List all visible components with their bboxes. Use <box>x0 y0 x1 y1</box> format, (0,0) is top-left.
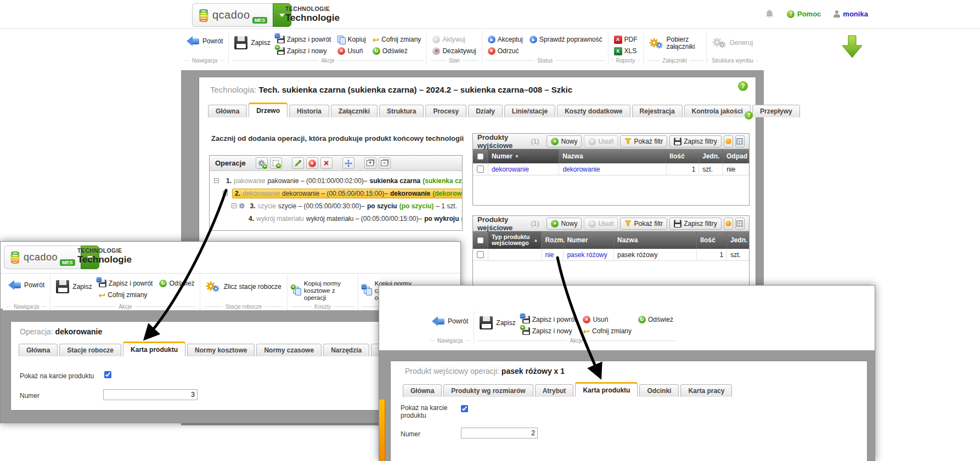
help-icon[interactable]: ? <box>745 111 753 119</box>
reject-button[interactable]: Odrzuć <box>488 47 523 55</box>
collapse-toggle[interactable] <box>232 203 236 208</box>
column-header[interactable]: Jedn. <box>699 149 723 163</box>
back-button[interactable]: Powrót <box>432 312 468 326</box>
select-all-checkbox[interactable] <box>477 237 483 243</box>
tree-row[interactable]: 3.szycieszycie – (00:05:00/00:30:00)–po … <box>210 200 462 212</box>
tab-linie-stacje[interactable]: Linie/stacje <box>504 105 555 117</box>
numer-link[interactable]: dekorowanie <box>492 166 529 173</box>
show-on-card-checkbox[interactable] <box>104 371 111 378</box>
user-menu[interactable]: monika <box>833 10 868 18</box>
nazwa-link[interactable]: dekorowanie <box>562 166 600 173</box>
numer-input[interactable] <box>103 389 198 400</box>
refresh-button[interactable]: Odśwież <box>159 279 194 288</box>
grid-export-button[interactable] <box>735 218 745 230</box>
deactivate-button[interactable]: Dezaktywuj <box>432 47 476 55</box>
show-on-card-checkbox[interactable] <box>461 405 468 412</box>
column-header[interactable]: Nazwa <box>614 231 697 249</box>
refresh-button[interactable]: Odśwież <box>373 47 421 55</box>
tab-glowna[interactable]: Główna <box>208 105 247 117</box>
bell-icon[interactable] <box>764 9 775 19</box>
save-back-button[interactable]: Zapisz i powrót <box>277 35 331 44</box>
tab-kontrola-jakosci[interactable]: Kontrola jakości <box>684 105 751 117</box>
tab-normy-kosztowe[interactable]: Normy kosztowe <box>187 344 255 356</box>
collapse-toggle[interactable] <box>223 191 228 196</box>
column-header[interactable]: Jedn. <box>727 231 749 249</box>
accept-button[interactable]: Akceptuj <box>488 35 523 44</box>
tree-row[interactable]: 4.wykrój materiałuwykrój materiału – (00… <box>210 212 462 225</box>
tab-zalaczniki[interactable]: Załączniki <box>331 105 378 117</box>
show-filter-button[interactable]: Pokaż filtr <box>620 135 667 147</box>
save-button[interactable]: Zapisz <box>234 32 270 49</box>
expand-all-button[interactable]: + <box>364 157 376 169</box>
save-button[interactable]: Zapisz <box>56 276 92 293</box>
xls-button[interactable]: X XLS <box>614 47 638 55</box>
save-button[interactable]: Zapisz <box>480 312 515 329</box>
tab-narzedzia[interactable]: Narzędzia <box>323 344 369 356</box>
tab-drzewo[interactable]: Drzewo <box>249 103 288 117</box>
column-header[interactable]: Rozm. <box>542 231 564 249</box>
remove-node-button[interactable]: × <box>320 157 333 169</box>
column-header[interactable]: Typ produktu wejściowego▲ <box>488 231 542 249</box>
tab-rejestracja[interactable]: Rejestracja <box>632 105 683 117</box>
tab-atrybut[interactable]: Atrybut <box>535 384 574 397</box>
save-back-button[interactable]: Zapisz i powrót <box>99 279 153 288</box>
validate-button[interactable]: Sprawdź poprawność <box>530 35 602 44</box>
table-row[interactable]: nie pasek różowy pasek różowy 1 szt. <box>473 249 749 261</box>
collapse-all-button[interactable]: − <box>379 157 391 169</box>
save-new-button[interactable]: Zapisz i nowy <box>522 327 577 335</box>
back-button[interactable]: Powrót <box>187 32 223 46</box>
column-header[interactable]: Odpad <box>723 149 749 163</box>
add-reference-button[interactable] <box>270 157 282 169</box>
tab-glowna[interactable]: Główna <box>19 344 58 356</box>
tab-normy-czasowe[interactable]: Normy czasowe <box>256 344 322 356</box>
row-checkbox[interactable] <box>477 166 484 173</box>
edit-operation-button[interactable] <box>292 157 304 169</box>
collapse-toggle[interactable] <box>214 178 219 183</box>
tree-row[interactable]: 1.pakowaniepakowanie – (00:01:00/00:02:0… <box>210 174 462 187</box>
tab-struktura[interactable]: Struktura <box>379 105 424 117</box>
pdf-button[interactable]: A PDF <box>614 35 638 44</box>
new-button[interactable]: Nowy <box>547 135 582 147</box>
undo-button[interactable]: Cofnij zmiany <box>583 327 632 335</box>
tab-dzialy[interactable]: Działy <box>468 105 503 117</box>
new-button[interactable]: Nowy <box>547 218 582 230</box>
tab-karta-produktu[interactable]: Karta produktu <box>123 342 185 356</box>
help-link[interactable]: ? Pomoc <box>787 10 821 18</box>
numer-input[interactable] <box>461 428 538 439</box>
tab-produkty-wg-rozmiarow[interactable]: Produkty wg rozmiarów <box>443 384 533 397</box>
tab-glowna[interactable]: Główna <box>403 384 442 397</box>
select-all-checkbox[interactable] <box>477 153 483 160</box>
csv-export-button[interactable] <box>724 218 733 230</box>
show-filter-button[interactable]: Pokaż filtr <box>620 218 667 230</box>
move-node-button[interactable] <box>342 157 354 169</box>
scroll-down-arrow-icon[interactable] <box>842 35 863 60</box>
delete-button[interactable]: Usuń <box>583 315 632 324</box>
tab-historia[interactable]: Historia <box>289 105 329 117</box>
save-new-button[interactable]: Zapisz i nowy <box>277 47 331 55</box>
help-icon[interactable]: ? <box>738 81 748 91</box>
download-attachments-button[interactable]: Pobierz załączniki <box>649 32 701 50</box>
add-operation-button[interactable] <box>256 157 268 169</box>
save-filters-button[interactable]: Zapisz filtry <box>669 218 722 230</box>
column-header[interactable]: Ilość <box>666 149 699 163</box>
copy-button[interactable]: Kopiuj <box>337 35 365 44</box>
numer-link[interactable]: pasek różowy <box>567 251 607 259</box>
count-workstations-button[interactable]: Zlicz stacje robocze <box>206 276 281 293</box>
back-button[interactable]: Powrót <box>8 276 44 290</box>
undo-button[interactable]: Cofnij zmiany <box>99 291 153 299</box>
column-header[interactable]: Numer▼ <box>488 149 559 163</box>
grid-export-button[interactable] <box>735 135 745 147</box>
tab-koszty-dodatkowe[interactable]: Koszty dodatkowe <box>557 105 630 117</box>
column-header[interactable]: Nazwa <box>559 149 666 163</box>
copy-cost-norms-button[interactable]: Kopiuj normy kosztowe z operacji <box>293 276 352 301</box>
delete-button[interactable]: Usuń <box>337 47 365 55</box>
undo-button[interactable]: Cofnij zmiany <box>373 35 421 44</box>
delete-operation-button[interactable] <box>306 157 318 169</box>
table-row[interactable]: dekorowanie dekorowanie 1 szt. nie <box>473 163 749 175</box>
refresh-button[interactable]: Odśwież <box>638 315 673 324</box>
tab-procesy[interactable]: Procesy <box>425 105 466 117</box>
tab-karta-produktu[interactable]: Karta produktu <box>575 382 638 397</box>
app-logo[interactable]: qcadoo MES <box>192 3 291 27</box>
tab-odcinki[interactable]: Odcinki <box>639 384 679 397</box>
row-checkbox[interactable] <box>477 251 484 258</box>
